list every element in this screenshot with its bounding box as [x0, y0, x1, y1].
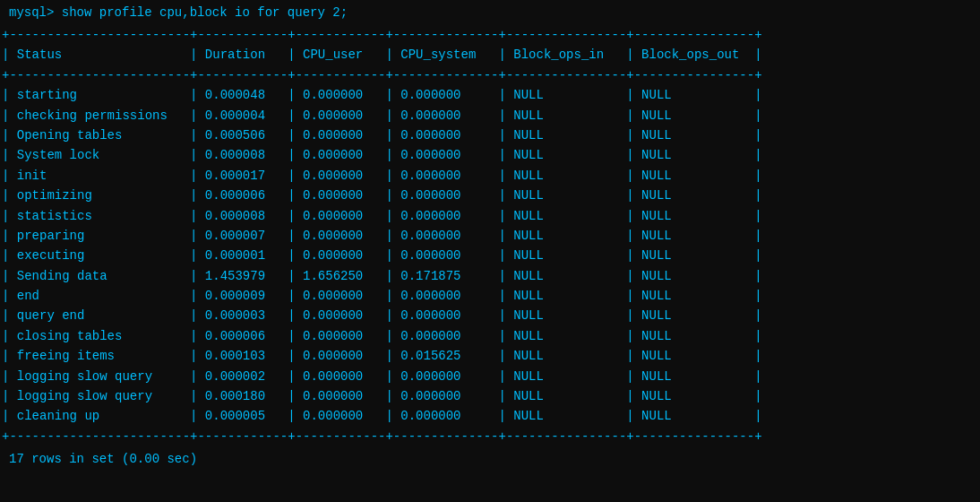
footer-text: 17 rows in set (0.00 sec) [0, 446, 980, 472]
table-container: +------------------------+------------+-… [0, 25, 980, 446]
command-line: mysql> show profile cpu,block io for que… [0, 0, 980, 25]
table-output: +------------------------+------------+-… [0, 25, 980, 446]
terminal-window: mysql> show profile cpu,block io for que… [0, 0, 980, 502]
